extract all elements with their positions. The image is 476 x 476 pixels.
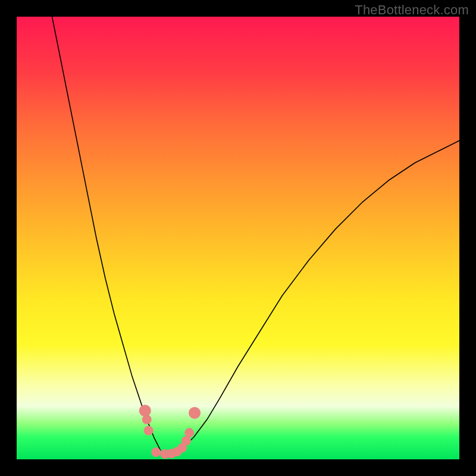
marker-point (151, 447, 161, 457)
chart-frame: TheBottleneck.com (0, 0, 476, 476)
marker-point (184, 428, 194, 437)
chart-svg (17, 17, 459, 459)
watermark-label: TheBottleneck.com (355, 2, 469, 18)
marker-point (142, 415, 152, 424)
plot-area (17, 17, 459, 459)
marker-point (139, 405, 151, 416)
curve-right-arm (180, 140, 459, 450)
curve-left-arm (52, 17, 161, 450)
marker-point (144, 426, 154, 436)
marker-point (189, 407, 201, 419)
